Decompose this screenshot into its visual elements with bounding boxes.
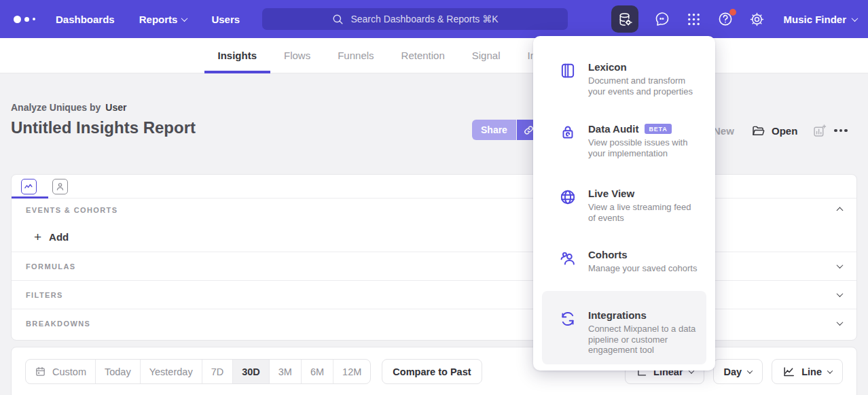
feedback-button[interactable] bbox=[654, 11, 670, 27]
chevron-up-icon[interactable] bbox=[837, 207, 844, 213]
compare-to-past-button[interactable]: Compare to Past bbox=[382, 359, 482, 384]
analyze-line: Analyze Uniques byUser bbox=[11, 102, 126, 113]
range-3m[interactable]: 3M bbox=[269, 360, 301, 383]
section-filters[interactable]: FILTERS bbox=[12, 281, 856, 309]
section-label: EVENTS & COHORTS bbox=[26, 206, 117, 214]
data-audit-lock-icon bbox=[559, 124, 577, 141]
globe-icon bbox=[559, 188, 577, 206]
report-tabs: Insights Flows Funnels Retention Signal … bbox=[218, 38, 558, 73]
search-icon bbox=[331, 13, 344, 26]
range-today[interactable]: Today bbox=[95, 360, 140, 383]
line-chart-icon bbox=[24, 182, 34, 192]
range-label: 7D bbox=[211, 366, 224, 377]
menu-item-title: Data Audit bbox=[588, 123, 638, 135]
tab-flows-label: Flows bbox=[284, 50, 310, 61]
compare-label: Compare to Past bbox=[393, 366, 471, 377]
top-navbar: Dashboards Reports Users Search Dashboar… bbox=[0, 0, 868, 38]
range-label: Yesterday bbox=[149, 366, 193, 377]
menu-item-live-view[interactable]: Live View View a live streaming feed of … bbox=[542, 182, 706, 228]
nav-dashboards[interactable]: Dashboards bbox=[56, 14, 115, 25]
menu-item-text: Live View View a live streaming feed of … bbox=[588, 188, 700, 223]
grid-icon bbox=[686, 12, 702, 27]
chevron-down-icon[interactable] bbox=[837, 262, 844, 269]
tab-flows[interactable]: Flows bbox=[284, 38, 310, 73]
menu-item-text: Cohorts Manage your saved cohorts bbox=[588, 249, 697, 274]
tab-insights[interactable]: Insights bbox=[218, 38, 257, 73]
menu-item-text: Data AuditBETA View possible issues with… bbox=[588, 123, 700, 158]
menu-item-integrations[interactable]: Integrations Connect Mixpanel to a data … bbox=[542, 291, 706, 364]
menu-item-description: Connect Mixpanel to a data pipeline or c… bbox=[588, 324, 700, 356]
chevron-down-icon bbox=[181, 15, 188, 22]
section-events-cohorts[interactable]: EVENTS & COHORTS bbox=[12, 199, 856, 222]
add-label: Add bbox=[49, 231, 69, 243]
range-12m[interactable]: 12M bbox=[333, 360, 370, 383]
analyze-prefix: Analyze Uniques by bbox=[11, 102, 101, 113]
profiles-view-tab[interactable] bbox=[52, 179, 68, 194]
notification-dot bbox=[729, 9, 736, 16]
chevron-down-icon bbox=[747, 368, 753, 373]
menu-item-text: Integrations Connect Mixpanel to a data … bbox=[588, 309, 700, 359]
tab-funnels-label: Funnels bbox=[338, 50, 374, 61]
menu-item-cohorts[interactable]: Cohorts Manage your saved cohorts bbox=[542, 243, 706, 279]
apps-grid-button[interactable] bbox=[686, 12, 702, 27]
range-30d[interactable]: 30D bbox=[232, 360, 269, 383]
menu-item-description: Document and transform your events and p… bbox=[588, 75, 700, 97]
search-input[interactable]: Search Dashboards & Reports ⌘K bbox=[262, 8, 568, 30]
chart-controls-card: Custom Today Yesterday 7D 30D 3M 6M 12M … bbox=[11, 347, 857, 395]
menu-item-data-audit[interactable]: Data AuditBETA View possible issues with… bbox=[542, 118, 706, 164]
help-button[interactable] bbox=[717, 11, 734, 27]
range-7d[interactable]: 7D bbox=[202, 360, 233, 383]
range-6m[interactable]: 6M bbox=[301, 360, 333, 383]
events-view-tab[interactable] bbox=[21, 179, 37, 194]
project-selector[interactable]: Music Finder bbox=[783, 14, 857, 25]
section-breakdowns[interactable]: BREAKDOWNS bbox=[12, 309, 856, 337]
data-management-menu: Lexicon Document and transform your even… bbox=[533, 36, 715, 371]
range-label: 30D bbox=[242, 366, 260, 377]
nav-users-label: Users bbox=[211, 14, 240, 25]
range-yesterday[interactable]: Yesterday bbox=[140, 360, 202, 383]
new-report-button[interactable]: New bbox=[713, 121, 734, 140]
range-label: Custom bbox=[52, 366, 86, 377]
section-label: FILTERS bbox=[26, 291, 63, 299]
share-label: Share bbox=[481, 124, 507, 135]
more-actions-button[interactable] bbox=[834, 121, 848, 140]
menu-item-lexicon[interactable]: Lexicon Document and transform your even… bbox=[542, 56, 706, 102]
chart-type-select[interactable]: Line bbox=[772, 359, 843, 384]
interval-select[interactable]: Day bbox=[713, 359, 763, 384]
active-view-underline bbox=[12, 196, 48, 199]
mixpanel-logo[interactable] bbox=[14, 16, 43, 23]
range-custom[interactable]: Custom bbox=[26, 360, 95, 383]
calendar-icon bbox=[35, 366, 46, 377]
navbar-right-group: Music Finder bbox=[611, 0, 857, 38]
nav-users[interactable]: Users bbox=[211, 14, 240, 25]
query-view-tabs bbox=[12, 175, 856, 199]
open-label: Open bbox=[772, 125, 797, 137]
chevron-down-icon[interactable] bbox=[837, 319, 844, 326]
project-name: Music Finder bbox=[783, 14, 846, 25]
data-management-button[interactable] bbox=[611, 5, 638, 33]
tab-signal[interactable]: Signal bbox=[472, 38, 501, 73]
beta-badge: BETA bbox=[645, 124, 671, 134]
share-button[interactable]: Share bbox=[472, 120, 516, 140]
menu-item-description: View a live streaming feed of events bbox=[588, 202, 700, 223]
section-label: FORMULAS bbox=[26, 262, 76, 271]
chart-add-icon bbox=[812, 124, 827, 138]
analyze-entity[interactable]: User bbox=[105, 102, 126, 113]
add-event-button[interactable]: + Add bbox=[12, 222, 856, 252]
chevron-down-icon bbox=[827, 368, 833, 373]
section-label: BREAKDOWNS bbox=[26, 320, 90, 328]
chevron-down-icon[interactable] bbox=[837, 290, 844, 297]
open-report-button[interactable]: Open bbox=[751, 121, 797, 140]
active-tab-underline bbox=[204, 71, 271, 73]
menu-item-title: Lexicon bbox=[588, 61, 627, 73]
range-label: Today bbox=[105, 366, 131, 377]
nav-reports[interactable]: Reports bbox=[139, 14, 187, 25]
section-formulas[interactable]: FORMULAS bbox=[12, 252, 856, 280]
page-title[interactable]: Untitled Insights Report bbox=[11, 118, 196, 137]
settings-button[interactable] bbox=[749, 12, 765, 27]
add-to-dashboard-button[interactable] bbox=[812, 121, 827, 140]
tab-retention[interactable]: Retention bbox=[401, 38, 445, 73]
cohorts-people-icon bbox=[559, 250, 577, 267]
tab-funnels[interactable]: Funnels bbox=[338, 38, 374, 73]
new-label: New bbox=[713, 125, 734, 137]
